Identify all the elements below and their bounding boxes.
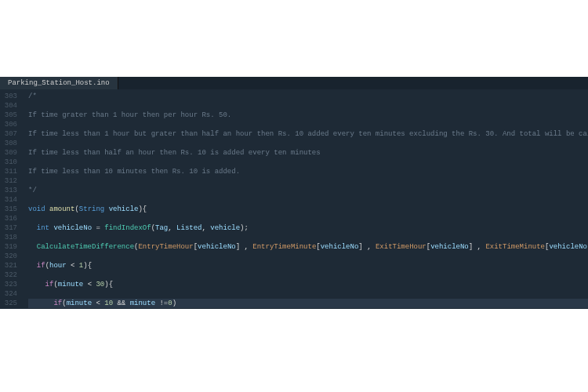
line-number: 304	[0, 101, 17, 111]
code-line: if(minute < 30){	[28, 280, 588, 289]
line-number: 324	[0, 289, 17, 299]
line-number: 309	[0, 148, 17, 158]
line-number: 307	[0, 129, 17, 139]
line-number: 325	[0, 299, 17, 308]
line-number: 313	[0, 186, 17, 195]
tab-filename: Parking_Station_Host.ino	[8, 79, 110, 87]
line-number: 310	[0, 158, 17, 167]
code-line: CalculateTimeDifference(EntryTimeHour[ve…	[28, 242, 588, 252]
code-area[interactable]: 3033043053063073083093103113123133143153…	[0, 89, 588, 309]
line-number: 303	[0, 92, 17, 101]
tab-bar: Parking_Station_Host.ino	[0, 77, 588, 89]
line-number: 312	[0, 176, 17, 186]
line-number: 311	[0, 167, 17, 176]
line-number: 319	[0, 242, 17, 252]
line-number: 308	[0, 139, 17, 148]
code-line: /*	[28, 92, 588, 101]
code-line: If time grater than 1 hour then per hour…	[28, 111, 588, 120]
code-line: void amount(String vehicle){	[28, 205, 588, 214]
code-line: If time less than 1 hour but grater than…	[28, 129, 588, 139]
line-number: 314	[0, 195, 17, 205]
code-line: if(hour < 1){	[28, 261, 588, 270]
code-line: */	[28, 186, 588, 195]
line-number: 305	[0, 111, 17, 120]
code-content[interactable]: /* If time grater than 1 hour then per h…	[22, 89, 588, 309]
file-tab[interactable]: Parking_Station_Host.ino	[0, 77, 118, 89]
line-number: 320	[0, 252, 17, 261]
line-number: 317	[0, 223, 17, 233]
line-number: 315	[0, 205, 17, 214]
code-editor: Parking_Station_Host.ino 303304305306307…	[0, 77, 588, 309]
line-number: 316	[0, 214, 17, 223]
line-number-gutter: 3033043053063073083093103113123133143153…	[0, 89, 22, 309]
code-line: if(minute < 10 && minute !=0)	[28, 299, 588, 308]
line-number: 323	[0, 280, 17, 289]
line-number: 318	[0, 233, 17, 242]
line-number: 321	[0, 261, 17, 270]
line-number: 322	[0, 270, 17, 280]
code-line: If time less than 10 minutes then Rs. 10…	[28, 167, 588, 176]
code-line: If time less than half an hour then Rs. …	[28, 148, 588, 158]
line-number: 306	[0, 120, 17, 129]
code-line: int vehicleNo = findIndexOf(Tag, Listed,…	[28, 223, 588, 233]
